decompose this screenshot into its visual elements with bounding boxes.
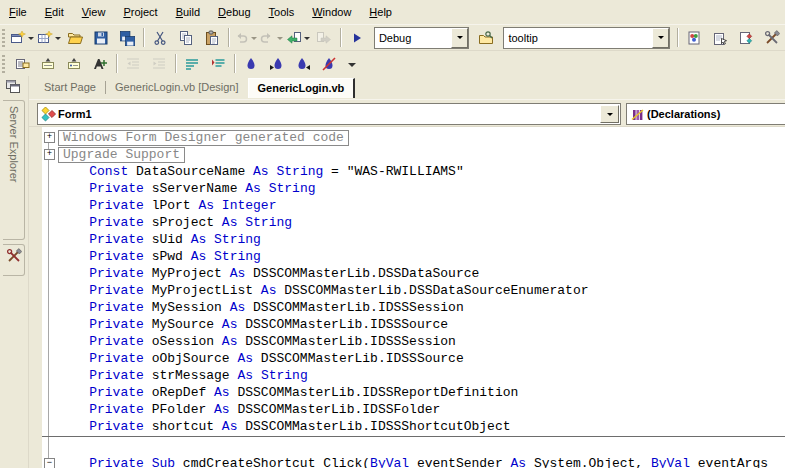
menu-window[interactable]: Window [303, 2, 360, 22]
word-completion-button[interactable] [87, 53, 113, 75]
class-name-combo[interactable]: Form1 [37, 103, 621, 125]
toolbar-grip[interactable] [2, 29, 5, 47]
code-line: Private oSession As DSSCOMMasterLib.IDSS… [29, 333, 785, 350]
sidebar-tab-toolbox[interactable] [3, 244, 25, 276]
find-combo-dropdown[interactable] [652, 28, 669, 48]
toolbar-separator [116, 54, 117, 73]
code-editor[interactable]: +Windows Form Designer generated code+Up… [29, 127, 785, 468]
menu-file[interactable]: File [0, 2, 36, 22]
toolbar-separator [228, 28, 229, 47]
navigate-back-button-dropdown[interactable] [304, 37, 310, 43]
collapsed-region-label[interactable]: Windows Form Designer generated code [58, 130, 349, 146]
toolbar-separator [234, 54, 235, 73]
vs-ide-window: FileEditViewProjectBuildDebugToolsWindow… [0, 0, 785, 468]
toolbar-separator [143, 28, 144, 47]
new-project-button-dropdown[interactable] [28, 37, 34, 43]
menu-tools[interactable]: Tools [260, 2, 304, 22]
undo-button[interactable] [232, 27, 258, 49]
save-all-icon [119, 30, 135, 46]
toggle-bookmark-button[interactable] [238, 53, 264, 75]
code-line: − Private Sub cmdCreateShortcut_Click(By… [29, 455, 785, 468]
tab-start-page[interactable]: Start Page [35, 78, 105, 97]
member-name-combo[interactable]: (Declarations) [626, 103, 785, 125]
increase-indent-button[interactable] [146, 53, 172, 75]
cut-button[interactable] [147, 27, 173, 49]
redo-button-dropdown[interactable] [277, 37, 283, 43]
open-folder-icon [67, 30, 83, 46]
undo-icon [233, 30, 249, 46]
fold-collapse-box[interactable]: − [44, 458, 55, 468]
add-item-button-dropdown[interactable] [55, 37, 61, 43]
redo-button[interactable] [258, 27, 284, 49]
previous-bookmark-button[interactable] [290, 53, 316, 75]
quick-info-icon [66, 56, 82, 72]
small-dropdown-icon [344, 56, 360, 72]
add-item-icon [37, 30, 53, 46]
code-line: Const DataSourceName As String = "WAS-RW… [29, 163, 785, 180]
code-line: Private MyProject As DSSCOMMasterLib.DSS… [29, 265, 785, 282]
comment-button[interactable] [179, 53, 205, 75]
add-item-button[interactable] [35, 27, 61, 49]
tab-genericlogin-vb-design[interactable]: GenericLogin.vb [Design] [106, 78, 248, 97]
declarations-icon [630, 107, 645, 122]
save-icon [93, 30, 109, 46]
new-project-icon [10, 30, 26, 46]
start-debug-button[interactable] [344, 27, 370, 49]
bookmark-menu-button[interactable] [342, 53, 362, 75]
copy-button[interactable] [173, 27, 199, 49]
find-combo[interactable]: tooltip [503, 27, 670, 49]
properties-window-button[interactable] [707, 27, 733, 49]
paste-button[interactable] [199, 27, 225, 49]
next-bookmark-button[interactable] [264, 53, 290, 75]
clear-bookmarks-button[interactable] [316, 53, 342, 75]
solution-config-combo[interactable]: Debug [374, 27, 470, 49]
cut-icon [152, 30, 168, 46]
server-explorer-icon [5, 79, 21, 95]
toolbox-button[interactable] [759, 27, 785, 49]
object-browser-button[interactable] [733, 27, 759, 49]
menu-build[interactable]: Build [167, 2, 209, 22]
uncomment-button[interactable] [205, 53, 231, 75]
navigate-forward-button[interactable] [311, 27, 337, 49]
find-in-files-button[interactable] [473, 27, 499, 49]
code-line: Private PFolder As DSSCOMMasterLib.IDSSF… [29, 401, 785, 418]
code-line: Private sUid As String [29, 231, 785, 248]
member-list-button[interactable] [9, 53, 35, 75]
navigate-back-button[interactable] [285, 27, 311, 49]
parameter-info-button[interactable] [35, 53, 61, 75]
tab-genericlogin-vb[interactable]: GenericLogin.vb [248, 78, 356, 98]
toolbar-grip[interactable] [2, 55, 5, 73]
code-line: Private MySource As DSSCOMMasterLib.IDSS… [29, 316, 785, 333]
menu-help[interactable]: Help [360, 2, 401, 22]
menu-project[interactable]: Project [114, 2, 166, 22]
solution-explorer-button[interactable] [681, 27, 707, 49]
quick-info-button[interactable] [61, 53, 87, 75]
code-line: Private MyProjectList As DSSCOMMasterLib… [29, 282, 785, 299]
save-all-button[interactable] [114, 27, 140, 49]
save-button[interactable] [88, 27, 114, 49]
undo-button-dropdown[interactable] [251, 37, 257, 43]
next-bookmark-icon [269, 56, 285, 72]
toolbox-icon [764, 30, 780, 46]
menu-debug[interactable]: Debug [209, 2, 259, 22]
parameter-info-icon [40, 56, 56, 72]
solution-config-combo-dropdown[interactable] [451, 28, 468, 48]
menu-edit[interactable]: Edit [36, 2, 73, 22]
code-line: Private lPort As Integer [29, 197, 785, 214]
collapsed-region-label[interactable]: Upgrade Support [58, 147, 185, 163]
redo-icon [259, 30, 275, 46]
fold-expand-box[interactable]: + [44, 149, 55, 160]
class-combo-dropdown[interactable] [600, 105, 619, 123]
word-completion-icon [92, 56, 108, 72]
menu-view[interactable]: View [73, 2, 115, 22]
properties-icon [712, 30, 728, 46]
sidebar-tab-server-explorer[interactable]: Server Explorer [3, 100, 25, 240]
copy-icon [178, 30, 194, 46]
code-line [29, 438, 785, 455]
new-project-button[interactable] [9, 27, 35, 49]
fold-expand-box[interactable]: + [44, 132, 55, 143]
open-file-button[interactable] [62, 27, 88, 49]
uncomment-icon [210, 56, 226, 72]
decrease-indent-button[interactable] [120, 53, 146, 75]
toolbar-separator [677, 28, 678, 47]
